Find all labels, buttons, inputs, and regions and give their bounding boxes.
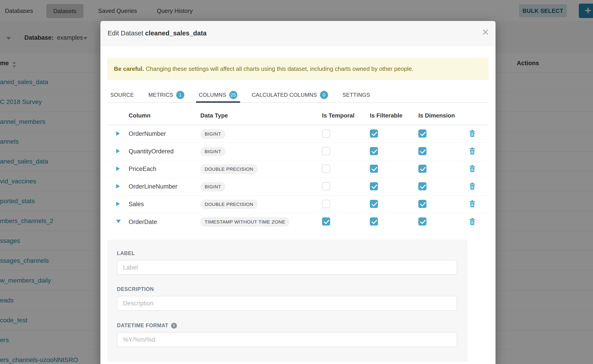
tab-calculated-columns[interactable]: CALCULATED COLUMNS0 (249, 87, 331, 102)
is-temporal-checkbox[interactable] (322, 130, 330, 137)
warning-banner-text: Changing these settings will affect all … (146, 65, 413, 72)
tab-source[interactable]: SOURCE (108, 87, 137, 102)
delete-column-trash-icon[interactable] (469, 130, 475, 137)
expand-caret-icon[interactable] (116, 131, 120, 136)
is-dimension-checkbox[interactable] (418, 165, 427, 173)
edit-dataset-modal: Edit Dataset cleaned_sales_data ✕ Be car… (100, 21, 495, 364)
is-temporal-checkbox[interactable] (322, 147, 330, 155)
label-field-label-text: LABEL (117, 250, 135, 256)
modal-body: Be careful. Changing these settings will… (100, 58, 495, 362)
description-field-label: DESCRIPTION (117, 286, 457, 292)
expand-caret-icon[interactable] (116, 149, 120, 153)
tab-count-badge: 0 (320, 91, 328, 99)
column-name: PriceEach (129, 166, 200, 173)
column-row: PriceEach DOUBLE PRECISION (108, 160, 488, 178)
header-is-dimension: Is Dimension (418, 112, 469, 119)
data-type-pill: BIGINT (200, 129, 225, 139)
is-filterable-checkbox[interactable] (370, 165, 378, 173)
is-dimension-checkbox[interactable] (418, 130, 427, 137)
data-type-pill: BIGINT (200, 182, 225, 191)
delete-column-trash-icon[interactable] (469, 183, 475, 190)
column-name: OrderDate (129, 219, 200, 226)
column-detail-panel: LABEL DESCRIPTION DATETIME FORMAT i (108, 240, 467, 362)
data-type-pill: TIMESTAMP WITHOUT TIME ZONE (200, 217, 290, 227)
is-filterable-checkbox[interactable] (370, 200, 378, 208)
column-row: OrderLineNumber BIGINT (108, 178, 488, 195)
is-temporal-checkbox[interactable] (322, 217, 330, 226)
column-name: Sales (129, 201, 200, 208)
modal-title-prefix: Edit Dataset (108, 30, 143, 37)
expand-caret-icon[interactable] (116, 220, 121, 223)
tab-count-badge: 25 (229, 91, 237, 99)
label-field-label: LABEL (117, 250, 457, 256)
tab-columns[interactable]: COLUMNS25 (196, 87, 240, 102)
is-temporal-checkbox[interactable] (322, 200, 330, 208)
tab-metrics[interactable]: METRICS1 (145, 87, 187, 102)
columns-table: Column Data Type Is Temporal Is Filterab… (108, 106, 488, 231)
is-filterable-checkbox[interactable] (370, 147, 378, 155)
delete-column-trash-icon[interactable] (469, 200, 475, 207)
description-input[interactable] (117, 296, 457, 311)
modal-title-dataset-name: cleaned_sales_data (145, 30, 206, 37)
data-type-pill: BIGINT (200, 147, 225, 156)
label-input[interactable] (117, 260, 457, 275)
header-column: Column (129, 112, 200, 119)
modal-header: Edit Dataset cleaned_sales_data ✕ (100, 21, 495, 46)
column-row: OrderNumber BIGINT (108, 125, 488, 143)
header-data-type: Data Type (200, 112, 322, 119)
is-filterable-checkbox[interactable] (370, 130, 378, 137)
expand-caret-icon[interactable] (116, 166, 120, 171)
datetime-format-input[interactable] (117, 332, 457, 347)
data-type-pill: DOUBLE PRECISION (200, 200, 258, 209)
tab-count-badge: 1 (176, 91, 184, 99)
modal-tab-bar: SOURCE METRICS1 COLUMNS25 CALCULATED COL… (108, 88, 488, 103)
close-icon[interactable]: ✕ (481, 28, 489, 37)
warning-banner: Be careful. Changing these settings will… (108, 58, 488, 80)
column-row: QuantityOrdered BIGINT (108, 143, 488, 160)
delete-column-trash-icon[interactable] (469, 165, 475, 172)
is-dimension-checkbox[interactable] (418, 182, 427, 190)
is-filterable-checkbox[interactable] (370, 182, 378, 190)
is-filterable-checkbox[interactable] (370, 217, 378, 226)
column-name: OrderNumber (129, 130, 200, 137)
columns-table-rows: OrderNumber BIGINT QuantityOrdered BIGIN… (108, 125, 488, 231)
column-name: OrderLineNumber (129, 183, 200, 190)
header-is-filterable: Is Filterable (370, 112, 418, 119)
description-field-label-text: DESCRIPTION (117, 286, 154, 292)
column-row: OrderDate TIMESTAMP WITHOUT TIME ZONE (108, 213, 488, 231)
expand-caret-icon[interactable] (116, 184, 120, 188)
warning-banner-bold: Be careful. (114, 65, 144, 72)
modal-title: Edit Dataset cleaned_sales_data (108, 30, 207, 37)
header-is-temporal: Is Temporal (322, 112, 370, 119)
info-icon[interactable]: i (171, 323, 177, 329)
is-temporal-checkbox[interactable] (322, 165, 330, 173)
delete-column-trash-icon[interactable] (469, 218, 475, 225)
is-temporal-checkbox[interactable] (322, 182, 330, 190)
delete-column-trash-icon[interactable] (469, 148, 475, 155)
data-type-pill: DOUBLE PRECISION (200, 164, 258, 174)
datetime-format-field-label: DATETIME FORMAT i (117, 323, 457, 329)
is-dimension-checkbox[interactable] (418, 200, 427, 208)
is-dimension-checkbox[interactable] (418, 147, 427, 155)
tab-settings[interactable]: SETTINGS (340, 87, 373, 102)
expand-caret-icon[interactable] (116, 202, 120, 206)
column-row: Sales DOUBLE PRECISION (108, 195, 488, 213)
is-dimension-checkbox[interactable] (418, 217, 427, 226)
columns-table-header: Column Data Type Is Temporal Is Filterab… (108, 106, 488, 125)
datetime-format-label-text: DATETIME FORMAT (117, 323, 168, 329)
column-name: QuantityOrdered (129, 148, 200, 155)
